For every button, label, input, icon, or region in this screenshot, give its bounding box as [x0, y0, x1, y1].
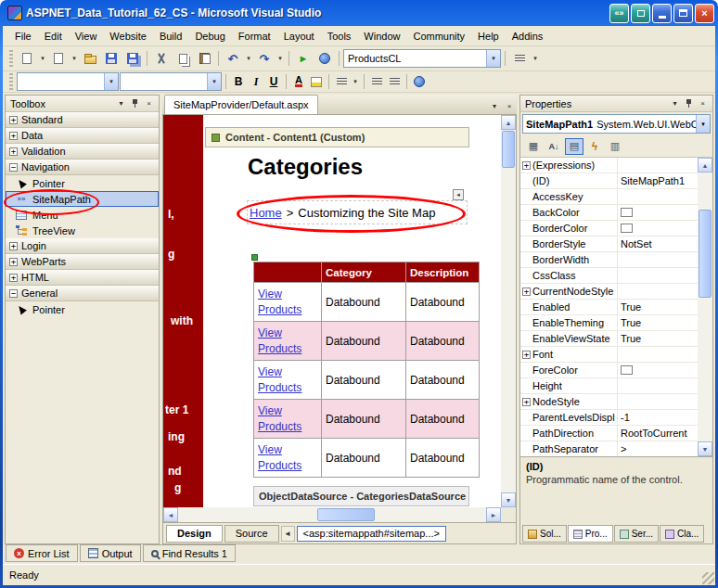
home-link[interactable]: Home: [250, 206, 282, 220]
property-value[interactable]: [618, 363, 698, 377]
property-value[interactable]: [618, 347, 698, 362]
toolbox-category-html[interactable]: +HTML: [6, 270, 159, 286]
cut-button[interactable]: [151, 48, 172, 69]
scroll-up-button[interactable]: ▲: [501, 115, 516, 130]
toolbox-pin-button[interactable]: [128, 97, 142, 110]
add-item-button[interactable]: [48, 48, 69, 69]
property-row-backcolor[interactable]: BackColor: [520, 205, 698, 221]
property-row-borderstyle[interactable]: BorderStyleNotSet: [520, 236, 698, 252]
scroll-left-button[interactable]: ◄: [163, 507, 178, 522]
scroll-thumb[interactable]: [502, 131, 515, 168]
categorized-button[interactable]: ▦: [524, 138, 543, 155]
view-products-link[interactable]: View Products: [258, 442, 304, 472]
expander-icon[interactable]: +: [522, 351, 531, 359]
open-file-button[interactable]: [80, 48, 100, 69]
expander-icon[interactable]: +: [522, 161, 531, 170]
save-button[interactable]: [101, 48, 122, 69]
scroll-track[interactable]: [375, 507, 486, 522]
property-value[interactable]: [618, 378, 698, 393]
property-row-enableviewstate[interactable]: EnableViewStateTrue: [520, 331, 698, 347]
property-row-id[interactable]: (ID)SiteMapPath1: [520, 173, 698, 189]
menu-item-addins[interactable]: Addins: [506, 28, 550, 45]
menu-item-window[interactable]: Window: [357, 28, 406, 45]
expand-icon[interactable]: +: [9, 147, 18, 156]
paste-button[interactable]: [194, 48, 214, 69]
design-surface[interactable]: l, g with ter 1 ing nd g Content - Conte…: [163, 115, 501, 507]
property-value[interactable]: >: [618, 441, 698, 456]
collapse-icon[interactable]: −: [9, 289, 18, 298]
scroll-up-button[interactable]: ▲: [698, 158, 712, 173]
scroll-down-button[interactable]: ▼: [501, 492, 516, 507]
property-row-enabled[interactable]: EnabledTrue: [520, 300, 698, 315]
scroll-right-button[interactable]: ►: [486, 507, 501, 522]
italic-button[interactable]: I: [248, 73, 264, 90]
toolbox-item-pointer[interactable]: Pointer: [6, 175, 159, 191]
expand-icon[interactable]: +: [9, 242, 18, 250]
sitemappath-control[interactable]: Home > Customizing the Site Map: [247, 200, 468, 224]
property-value[interactable]: [618, 158, 698, 173]
foreground-color-button[interactable]: A: [290, 73, 307, 90]
combo-arrow-icon[interactable]: ▾: [486, 50, 500, 67]
property-row-expressions[interactable]: +(Expressions): [520, 158, 698, 173]
expander-icon[interactable]: +: [522, 398, 531, 406]
toolbox-close-button[interactable]: ×: [142, 97, 156, 110]
bullet-list-button[interactable]: [386, 73, 403, 90]
property-value[interactable]: [618, 394, 698, 409]
toolbox-category-data[interactable]: +Data: [6, 128, 159, 144]
align-button[interactable]: [333, 73, 350, 90]
undo-button[interactable]: ↶: [223, 48, 243, 69]
view-products-link[interactable]: View Products: [258, 403, 304, 433]
property-value[interactable]: True: [618, 300, 698, 314]
redo-dropdown[interactable]: ▾: [276, 48, 285, 69]
property-value[interactable]: SiteMapPath1: [618, 173, 698, 188]
combo-arrow-icon[interactable]: ▾: [696, 115, 710, 133]
add-dropdown[interactable]: ▾: [70, 48, 79, 69]
menu-item-tools[interactable]: Tools: [321, 28, 358, 45]
tab-solution-explorer[interactable]: Sol...: [522, 525, 567, 543]
source-view-tab[interactable]: Source: [224, 525, 279, 543]
teal-chevrons-button[interactable]: «»: [609, 4, 629, 23]
content-placeholder-header[interactable]: Content - Content1 (Custom): [205, 127, 469, 147]
collapse-icon[interactable]: −: [9, 163, 18, 172]
property-value[interactable]: [618, 189, 698, 204]
combo-arrow-icon[interactable]: ▾: [104, 73, 118, 90]
smart-tag-button[interactable]: ◄: [453, 189, 464, 200]
property-row-currentnodestyle[interactable]: +CurrentNodeStyle: [520, 284, 698, 300]
close-button[interactable]: ×: [695, 4, 714, 23]
menu-item-layout[interactable]: Layout: [277, 28, 321, 45]
properties-scrollbar[interactable]: ▲ ▼: [698, 158, 712, 456]
property-row-height[interactable]: Height: [520, 378, 698, 394]
property-value[interactable]: [618, 284, 698, 299]
property-value[interactable]: [618, 221, 698, 236]
document-list-button[interactable]: ▾: [487, 97, 502, 114]
toolbox-category-webparts[interactable]: +WebParts: [6, 254, 159, 270]
property-row-font[interactable]: +Font: [520, 347, 698, 363]
document-tab[interactable]: SiteMapProvider/Default.aspx: [164, 95, 318, 114]
maximize-button[interactable]: [673, 4, 693, 23]
menu-item-debug[interactable]: Debug: [188, 28, 231, 45]
copy-button[interactable]: [173, 48, 193, 69]
menu-item-website[interactable]: Website: [103, 28, 153, 45]
toolbar-extra-button[interactable]: [509, 48, 530, 69]
toolbox-item-treeview[interactable]: TreeView: [6, 223, 159, 238]
property-row-cssclass[interactable]: CssClass: [520, 268, 698, 284]
tag-navigator-chip[interactable]: <asp:sitemappath#sitemap...>: [297, 526, 446, 542]
resize-grip[interactable]: [702, 572, 714, 584]
tab-output[interactable]: Output: [80, 544, 141, 562]
scroll-track[interactable]: [501, 169, 516, 492]
document-close-button[interactable]: ×: [502, 97, 517, 114]
teal-window-button[interactable]: [631, 4, 650, 23]
toolbox-category-general[interactable]: −General: [6, 286, 159, 301]
expand-icon[interactable]: +: [9, 258, 18, 266]
undo-dropdown[interactable]: ▾: [244, 48, 253, 69]
toolbox-item-pointer-general[interactable]: Pointer: [6, 301, 159, 317]
refresh-button[interactable]: [314, 48, 335, 69]
tab-properties[interactable]: Pro...: [568, 525, 613, 543]
numbered-list-button[interactable]: [368, 73, 385, 90]
expand-icon[interactable]: +: [9, 132, 18, 140]
underline-button[interactable]: U: [265, 73, 282, 90]
property-row-pathdirection[interactable]: PathDirectionRootToCurrent: [520, 426, 698, 441]
toolbar-overflow[interactable]: ▾: [531, 48, 540, 69]
expand-icon[interactable]: +: [9, 274, 18, 282]
navigate-combo[interactable]: ProductsCL ▾: [343, 49, 501, 68]
